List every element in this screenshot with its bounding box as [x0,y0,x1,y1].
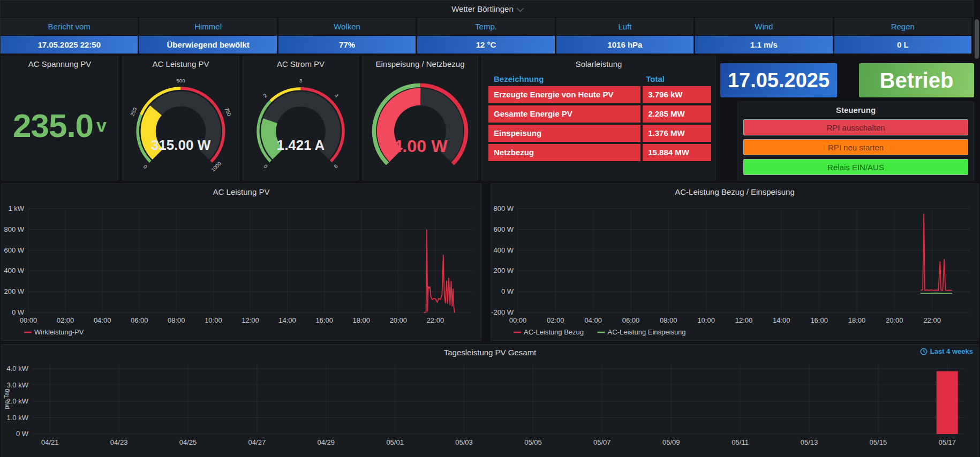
solar-table-row: Einspeisung1.376 MW [488,125,709,142]
panel-title[interactable]: AC Spannung PV [2,56,118,71]
gauge-tick-label: 2 [262,93,268,99]
y-axis-tick-label: 4.0 kW [7,364,29,372]
gauge-value-text: 1.421 A [277,138,325,153]
x-axis-tick-label: 04:00 [584,316,602,324]
solar-row-value: 2.285 MW [643,105,711,123]
x-axis-tick-label: 18:00 [848,316,866,324]
x-axis-tick-label: 08:00 [660,316,677,324]
x-axis-tick-label: 04/25 [179,438,197,446]
x-axis-tick-label: 04/29 [318,438,335,446]
x-axis-tick-label: 08:00 [168,316,185,324]
y-axis-tick-label: 600 W [4,246,24,254]
panel-title[interactable]: AC Strom PV [243,56,358,71]
solar-col-total[interactable]: Total [640,74,709,83]
tagesleistung-chart-panel: Tagesleistung PV Gesamt Last 4 weeks 4.0… [1,344,979,457]
voltage-value-wrap: 235.0 v [2,71,118,180]
x-axis-tick-label: 05/01 [386,438,404,446]
weather-value-cell: Überwiegend bewölkt [139,35,278,54]
gauge-ac-leistung-pv: 02505007501000315.00 W [123,71,239,180]
gauge-tick-label: 500 [176,78,185,83]
panel-title[interactable]: Tagesleistung PV Gesamt [2,345,978,360]
bar-chart: 4.0 kW3.0 kW2.0 kW1.0 kW0 W04/2104/2304/… [2,360,978,457]
x-axis-tick-label: 04/23 [110,438,128,446]
date-panel: 17.05.2025 [720,63,837,97]
solar-row-label: Gesamte Energie PV [488,105,640,123]
x-axis-tick-label: 16:00 [810,316,828,324]
x-axis-tick-label: 05/13 [801,438,818,446]
weather-column-header: Wolken [278,17,417,35]
weather-panel-title-text: Wetter Börtlingen [451,4,514,13]
y-axis-tick-label: 800 W [493,204,514,212]
line-chart-svg: 1 kW800 W600 W400 W200 W0 W00:0002:0004:… [2,199,481,340]
x-axis-tick-label: 10:00 [205,316,222,324]
panel-title[interactable]: AC Leistung PV [2,184,481,199]
x-axis-tick-label: 00:00 [509,316,527,324]
solar-row-label: Netzbezug [488,144,640,161]
weather-value-cell: 1.1 m/s [695,35,834,54]
weather-value-cell: 12 °C [417,35,556,54]
current-date: 17.05.2025 [728,69,830,92]
x-axis-tick-label: 00:00 [20,316,37,324]
weather-column-header: Regen [834,17,973,35]
panel-title[interactable]: Solarleistung [482,56,715,71]
steuerung-panel: Steuerung RPI ausschaltenRPI neu starten… [737,102,974,180]
y-axis-tick-label: 0 W [12,308,25,316]
x-axis-tick-label: 02:00 [547,316,564,324]
time-series-chart: 1 kW800 W600 W400 W200 W0 W00:0002:0004:… [2,199,481,340]
legend-label[interactable]: AC-Leistung Einspeisung [608,328,686,336]
x-axis-tick-label: 05/17 [939,438,956,446]
gauge-tick-label: 3 [299,78,302,83]
y-axis-tick-label: 1 kW [8,204,24,212]
x-axis-tick-label: 05/07 [593,438,611,446]
series-line [921,214,952,291]
x-axis-tick-label: 05/09 [662,438,680,446]
y-axis-tick-label: -200 W [491,308,514,316]
scrollbar-thumb[interactable] [975,19,979,59]
panel-title[interactable]: Steuerung [738,102,974,117]
einspeisung-gauge-panel: Einspeisung / Netzbezug 4.00 W [362,56,478,180]
panel-title[interactable]: AC-Leistung Bezug / Einspeisung [491,184,978,199]
panel-title[interactable]: AC Leistung PV [123,56,239,71]
solar-col-bezeichnung[interactable]: Bezeichnung [488,74,640,83]
ac-leistung-gauge-panel: AC Leistung PV 02505007501000315.00 W [122,56,239,180]
weather-column-header: Himmel [139,17,278,35]
weather-panel-title[interactable]: Wetter Börtlingen [1,1,973,17]
time-range-label[interactable]: Last 4 weeks [920,347,973,355]
rpi-off-button[interactable]: RPI ausschalten [743,119,968,135]
panel-menu-caret-icon[interactable] [516,4,524,12]
status-value: Betrieb [880,68,954,93]
solar-row-value: 15.884 MW [643,144,711,161]
time-series-chart: 800 W600 W400 W200 W0 W-200 W00:0002:000… [491,199,978,340]
weather-column-header: Bericht vom [1,17,139,35]
panel-title[interactable]: Einspeisung / Netzbezug [363,56,478,71]
x-axis-tick-label: 14:00 [278,316,296,324]
clock-icon [920,348,928,355]
bezug-einspeisung-chart-panel: AC-Leistung Bezug / Einspeisung 800 W600… [491,184,979,341]
line-chart-svg: 800 W600 W400 W200 W0 W-200 W00:0002:000… [491,199,978,340]
relais-toggle-button[interactable]: Relais EIN/AUS [743,159,968,175]
x-axis-tick-label: 22:00 [923,316,941,324]
y-axis-tick-label: 2.0 kW [7,397,29,405]
ac-leistung-chart-panel: AC Leistung PV 1 kW800 W600 W400 W200 W0… [1,184,481,341]
x-axis-tick-label: 20:00 [886,316,903,324]
x-axis-tick-label: 02:00 [57,316,74,324]
x-axis-tick-label: 10:00 [697,316,715,324]
x-axis-tick-label: 12:00 [242,316,259,324]
gauge-ac-strom-pv: 023461.421 A [243,71,358,180]
gauge-svg: 023461.421 A [243,71,358,180]
rpi-restart-button[interactable]: RPI neu starten [743,139,968,155]
x-axis-tick-label: 04:00 [94,316,111,324]
legend-label[interactable]: Wirkleistung-PV [34,328,84,336]
solar-table-row: Erzeugte Energie von Heute PV3.796 kW [488,86,709,103]
weather-column-header: Wind [695,17,834,35]
gauge-svg: 02505007501000315.00 W [123,71,239,180]
grafana-dashboard: Wetter Börtlingen Bericht vomHimmelWolke… [0,0,980,457]
x-axis-tick-label: 20:00 [390,316,408,324]
y-axis-tick-label: 0 W [16,430,29,438]
legend-label[interactable]: AC-Leistung Bezug [524,328,584,336]
solar-row-label: Einspeisung [488,125,640,142]
weather-value-cell: 1016 hPa [556,35,695,54]
control-buttons: RPI ausschaltenRPI neu startenRelais EIN… [738,117,974,175]
gauge-einspeisung-netzbezug: 4.00 W [363,71,478,180]
gauge-value-text: 4.00 W [393,136,448,156]
